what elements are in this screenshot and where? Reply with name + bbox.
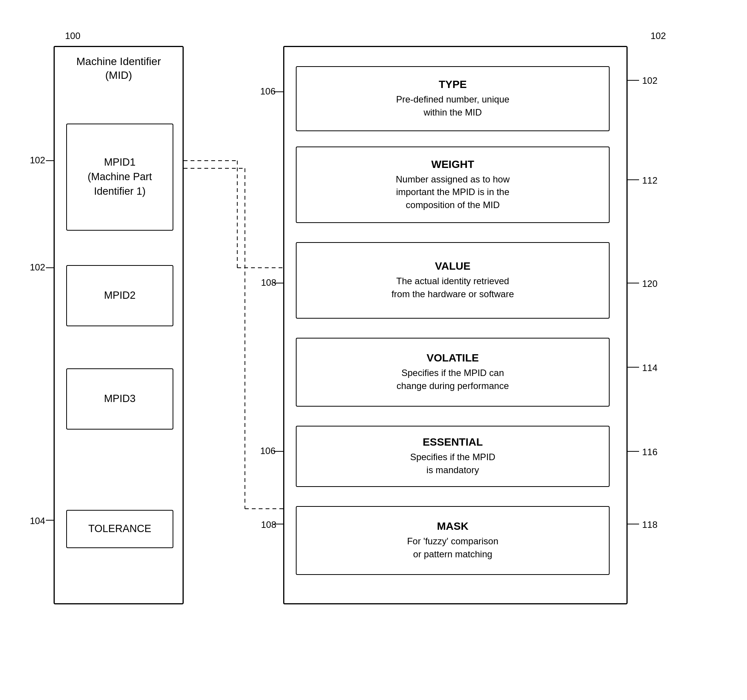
ref-106-upper: 106 [260, 86, 276, 97]
value-title: VALUE [435, 260, 471, 272]
mask-field-box: MASK For 'fuzzy' comparisonor pattern ma… [296, 506, 610, 575]
ref-104: 104 [30, 516, 45, 526]
ref-114: 114 [642, 363, 657, 373]
left-outer-box: Machine Identifier (MID) MPID1 (Machine … [54, 46, 184, 604]
ref-116: 116 [642, 447, 657, 457]
tolerance-label: TOLERANCE [88, 522, 152, 536]
ref-106-lower: 106 [260, 446, 276, 456]
ref-100: 100 [65, 31, 80, 41]
value-field-box: VALUE The actual identity retrievedfrom … [296, 242, 610, 319]
mpid1-label: MPID1 (Machine Part Identifier 1) [88, 155, 152, 199]
weight-field-box: WEIGHT Number assigned as to howimportan… [296, 147, 610, 223]
type-field-box: TYPE Pre-defined number, uniquewithin th… [296, 66, 610, 131]
mask-title: MASK [437, 520, 468, 532]
essential-field-box: ESSENTIAL Specifies if the MPIDis mandat… [296, 426, 610, 487]
mpid3-label: MPID3 [104, 392, 136, 406]
weight-desc: Number assigned as to howimportant the M… [396, 173, 510, 212]
weight-title: WEIGHT [431, 158, 474, 171]
volatile-title: VOLATILE [427, 352, 479, 364]
mpid2-box: MPID2 [66, 265, 173, 326]
value-desc: The actual identity retrievedfrom the ha… [391, 275, 514, 300]
ref-102-right-top: 102 [651, 31, 666, 41]
ref-118: 118 [642, 519, 657, 530]
ref-108-lower: 108 [261, 519, 276, 530]
ref-102-mpid1: 102 [30, 155, 45, 166]
mpid3-box: MPID3 [66, 368, 173, 430]
right-outer-box: TYPE Pre-defined number, uniquewithin th… [283, 46, 628, 604]
ref-120: 120 [642, 278, 657, 289]
mpid2-label: MPID2 [104, 288, 136, 303]
ref-102-type: 102 [642, 75, 657, 86]
type-title: TYPE [439, 78, 466, 91]
essential-title: ESSENTIAL [422, 436, 483, 448]
essential-desc: Specifies if the MPIDis mandatory [410, 451, 496, 476]
ref-112: 112 [642, 175, 657, 186]
tolerance-box: TOLERANCE [66, 510, 173, 548]
volatile-field-box: VOLATILE Specifies if the MPID canchange… [296, 338, 610, 407]
mask-desc: For 'fuzzy' comparisonor pattern matchin… [407, 535, 499, 560]
volatile-desc: Specifies if the MPID canchange during p… [396, 366, 509, 392]
mpid1-box: MPID1 (Machine Part Identifier 1) [66, 124, 173, 231]
ref-108-upper: 108 [261, 277, 276, 288]
ref-102-mpid2: 102 [30, 262, 45, 273]
type-desc: Pre-defined number, uniquewithin the MID [396, 93, 509, 119]
mid-title: Machine Identifier (MID) [55, 47, 183, 86]
